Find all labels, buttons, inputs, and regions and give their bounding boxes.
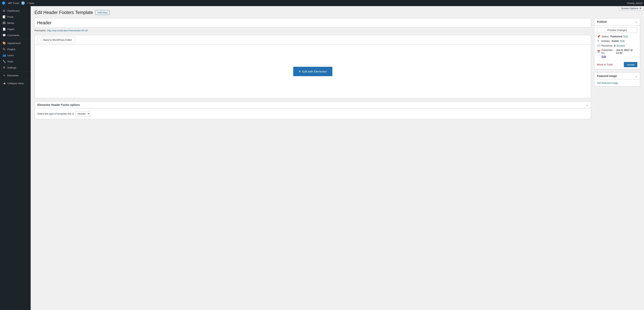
sidebar-item-elementor[interactable]: ≡ Elementor	[0, 72, 31, 78]
elementor-icon: ≡	[2, 74, 6, 77]
sidebar-divider	[0, 39, 31, 39]
visibility-value: Public	[612, 40, 619, 42]
published-value: Jun 6, 2017 @ 11:01	[616, 49, 637, 54]
appearance-icon: 🎨	[2, 41, 6, 45]
revisions-row: 🕐 Revisions: 9 Browse	[597, 44, 637, 47]
howdy-label: Howdy, admin	[627, 2, 642, 4]
move-to-trash-link[interactable]: Move to Trash	[597, 63, 613, 66]
published-label: Published on:	[602, 49, 615, 54]
visibility-label: Visibility:	[601, 40, 610, 42]
page-header: Edit Header Footers Template Add New	[34, 10, 640, 15]
featured-image-panel-body: Set featured image	[594, 80, 640, 86]
featured-image-panel-header[interactable]: Featured Image	[594, 73, 640, 80]
published-edit-link[interactable]: Edit	[602, 55, 606, 58]
sidebar-item-collapse[interactable]: ◀ Collapse menu	[0, 80, 31, 86]
post-title-box	[34, 18, 591, 27]
sidebar-item-appearance[interactable]: 🎨 Appearance	[0, 40, 31, 46]
sidebar: ⊞ Dashboard 📝 Posts 🖼 Media 📄 Pages 💬 Co…	[0, 6, 31, 310]
plugins-icon: 🔌	[2, 48, 6, 51]
sidebar-divider-3	[0, 79, 31, 79]
dashboard-icon: ⊞	[2, 9, 6, 12]
add-new-button[interactable]: Add New	[95, 10, 110, 15]
media-icon: 🖼	[2, 21, 6, 24]
pages-icon: 📄	[2, 27, 6, 31]
template-type-label: Select the type of template this is	[38, 112, 74, 115]
wp-logo[interactable]: 🔷	[2, 1, 6, 5]
editor-column: Permalink: http://wp-trunk.dev/?elemento…	[34, 18, 591, 119]
permalink-link[interactable]: http://wp-trunk.dev/?elementor-hf=20	[47, 29, 88, 32]
sidebar-item-posts[interactable]: 📝 Posts	[0, 14, 31, 20]
admin-bar: 🔷 WP Trunk 0 + New Howdy, admin	[0, 0, 644, 6]
editor-top-bar: ← Back to WordPress Editor	[34, 35, 591, 45]
post-title-input[interactable]	[35, 18, 591, 27]
sidebar-item-plugins[interactable]: 🔌 Plugins	[0, 46, 31, 52]
visibility-row: 👁 Visibility: Public Edit	[597, 39, 637, 42]
status-icon: 📌	[597, 35, 600, 38]
featured-image-panel: Featured Image Set featured image	[594, 72, 640, 87]
sidebar-panels: Publish Preview Changes 📌 Status: Publis…	[594, 18, 640, 90]
revisions-label: Revisions:	[602, 44, 613, 47]
elementor-logo-icon: ≡	[298, 69, 301, 73]
update-button[interactable]: Update	[624, 62, 637, 67]
published-on-row: 📅 Published on: Jun 6, 2017 @ 11:01	[597, 49, 637, 54]
status-label: Status:	[602, 35, 609, 38]
status-row: 📌 Status: Published Edit	[597, 35, 637, 38]
status-edit-link[interactable]: Edit	[624, 35, 628, 38]
revisions-value: 9	[614, 44, 616, 47]
editor-preview-area: ≡ Edit with Elementor	[34, 45, 591, 98]
page-title: Edit Header Footers Template	[34, 10, 93, 15]
comments-icon: 💬	[2, 34, 6, 37]
status-value: Published	[610, 35, 622, 38]
main-content: Edit Header Footers Template Add New Per…	[31, 6, 644, 310]
set-featured-image-link[interactable]: Set featured image	[597, 82, 618, 84]
collapse-icon: ◀	[2, 82, 6, 85]
content-area: Permalink: http://wp-trunk.dev/?elemento…	[34, 18, 640, 119]
calendar-icon: 📅	[597, 50, 600, 53]
collapse-publish-icon	[636, 20, 637, 23]
preview-changes-button[interactable]: Preview Changes	[597, 27, 637, 33]
publish-panel: Publish Preview Changes 📌 Status: Publis…	[594, 18, 640, 69]
sidebar-item-dashboard[interactable]: ⊞ Dashboard	[0, 8, 31, 14]
visibility-edit-link[interactable]: Edit	[620, 40, 624, 42]
back-to-editor-button[interactable]: ← Back to WordPress Editor	[37, 37, 75, 43]
sidebar-item-media[interactable]: 🖼 Media	[0, 20, 31, 26]
users-icon: 👥	[2, 54, 6, 57]
sidebar-item-comments[interactable]: 💬 Comments	[0, 32, 31, 38]
sidebar-item-settings[interactable]: ⚙ Settings	[0, 64, 31, 71]
visibility-icon: 👁	[597, 39, 600, 42]
new-content-link[interactable]: + New	[27, 2, 34, 4]
edit-with-elementor-button[interactable]: ≡ Edit with Elementor	[293, 67, 332, 76]
elementor-options-box: Elementor Header Footer options Select t…	[34, 101, 591, 119]
elementor-options-header[interactable]: Elementor Header Footer options	[35, 101, 591, 109]
elementor-options-body: Select the type of template this is Head…	[35, 109, 591, 119]
revisions-browse-link[interactable]: Browse	[616, 44, 625, 47]
screen-options-button[interactable]: Screen Options ▼	[619, 6, 644, 11]
posts-icon: 📝	[2, 15, 6, 18]
layout: ⊞ Dashboard 📝 Posts 🖼 Media 📄 Pages 💬 Co…	[0, 6, 644, 310]
publish-panel-body: Preview Changes 📌 Status: Published Edit…	[594, 25, 640, 69]
permalink-row: Permalink: http://wp-trunk.dev/?elemento…	[34, 29, 591, 32]
publish-panel-header[interactable]: Publish	[594, 18, 640, 25]
sidebar-item-tools[interactable]: 🔧 Tools	[0, 58, 31, 64]
collapse-featured-image-icon	[636, 74, 637, 77]
template-type-select[interactable]: HeaderFooter	[76, 111, 90, 116]
sidebar-divider-2	[0, 71, 31, 72]
revisions-icon: 🕐	[597, 44, 600, 47]
tools-icon: 🔧	[2, 60, 6, 63]
site-name[interactable]: WP Trunk	[8, 2, 19, 4]
settings-icon: ⚙	[2, 66, 6, 69]
comments-link[interactable]: 0	[21, 1, 25, 5]
collapse-elementor-options-icon	[586, 103, 588, 106]
sidebar-item-pages[interactable]: 📄 Pages	[0, 26, 31, 32]
publish-actions: Move to Trash Update	[597, 60, 637, 67]
sidebar-item-users[interactable]: 👥 Users	[0, 52, 31, 58]
